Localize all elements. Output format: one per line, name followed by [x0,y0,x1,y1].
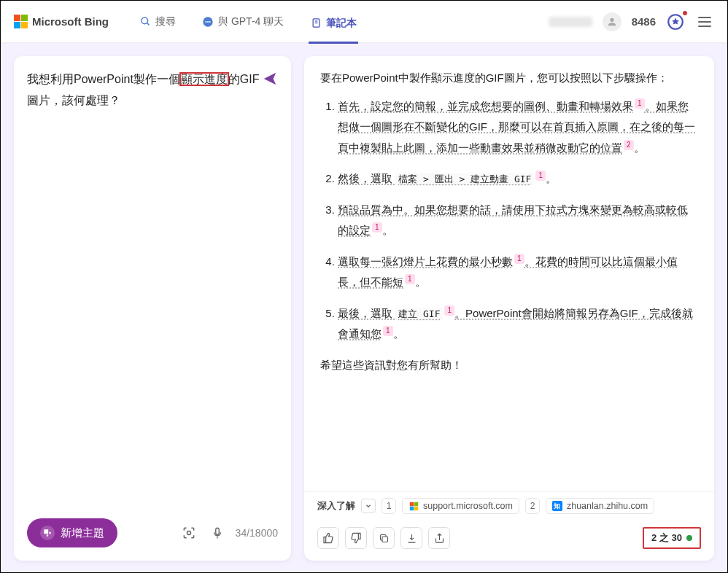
citation-1g[interactable]: 1 [383,326,393,336]
query-highlight: 顯示進度 [180,73,228,85]
avatar[interactable] [603,12,621,31]
search-icon [139,16,151,28]
zhihu-icon: 知 [552,501,562,511]
tab-chat[interactable]: 與 GPT-4 聊天 [201,12,285,31]
answer-step-5: 最後，選取 建立 GIF1。PowerPoint會開始將簡報另存為GIF，完成後… [338,303,698,345]
new-topic-button[interactable]: 新增主題 [27,518,117,547]
citation-1e[interactable]: 1 [405,274,415,284]
learn-more-expand[interactable] [361,499,376,513]
user-name-blurred [549,17,592,27]
answer-step-1: 首先，設定您的簡報，並完成您想要的圖例、動畫和轉場效果1。如果您想做一個圖形在不… [338,96,698,159]
svg-point-5 [209,21,211,23]
source-2-link[interactable]: 知 zhuanlan.zhihu.com [546,498,654,514]
new-topic-plus-icon [40,526,55,540]
rewards-icon[interactable] [666,12,685,31]
learn-more-label: 深入了解 [317,499,355,512]
notebook-icon [310,17,322,29]
tab-search[interactable]: 搜尋 [138,12,177,31]
source-1-link[interactable]: support.microsoft.com [402,498,519,514]
source-1-text: support.microsoft.com [423,501,513,511]
citation-1c[interactable]: 1 [372,222,382,233]
answer-step-4: 選取每一張幻燈片上花費的最小秒數1。花費的時間可以比這個最小值長，但不能短1。 [338,252,698,293]
main-area: 我想利用PowerPoint製作一個顯示進度的GIF圖片，該何處理？ 新增主題 [1,43,727,573]
svg-point-9 [610,17,613,21]
status-dot-icon [686,535,692,541]
user-query[interactable]: 我想利用PowerPoint製作一個顯示進度的GIF圖片，該何處理？ [27,69,262,112]
answer-step-2: 然後，選取 檔案 > 匯出 > 建立動畫 GIF1。 [338,168,698,190]
nav-tabs: 搜尋 與 GPT-4 聊天 筆記本 [138,12,358,31]
answer-intro: 要在PowerPoint中製作顯示進度的GIF圖片，您可以按照以下步驟操作： [320,68,698,89]
input-panel: 我想利用PowerPoint製作一個顯示進度的GIF圖片，該何處理？ 新增主題 [14,56,291,561]
svg-line-1 [147,23,149,25]
svg-rect-12 [215,528,219,534]
answer-step-3: 預設品質為中。如果您想要的話，請使用下拉式方塊來變更為較高或較低的設定1。 [338,200,698,241]
microsoft-icon [408,501,419,511]
citation-1[interactable]: 1 [635,98,645,109]
source-2-num[interactable]: 2 [525,498,540,514]
char-count: 34/18000 [236,527,278,539]
tab-search-label: 搜尋 [155,15,176,28]
export-button[interactable] [400,527,422,549]
action-row: 2 之 30 [304,520,714,561]
turn-counter-text: 2 之 30 [651,531,682,545]
dislike-button[interactable] [345,527,367,549]
source-1-num[interactable]: 1 [382,498,396,514]
visual-search-button[interactable] [179,523,199,543]
menu-icon[interactable] [695,14,714,30]
query-text-pre: 我想利用PowerPoint製作一個 [27,73,180,85]
tab-notebook-label: 筆記本 [326,17,357,30]
turn-counter: 2 之 30 [643,527,701,549]
new-topic-label: 新增主題 [61,526,104,540]
answer-outro: 希望這些資訊對您有所幫助！ [320,355,698,376]
microsoft-logo-icon [14,15,28,28]
svg-point-0 [141,17,147,24]
citation-1b[interactable]: 1 [535,171,546,181]
svg-point-4 [207,21,209,23]
citation-1d[interactable]: 1 [514,254,524,264]
tab-chat-label: 與 GPT-4 聊天 [218,15,284,28]
rewards-points[interactable]: 8486 [632,15,656,28]
like-button[interactable] [317,527,339,549]
answer-body: 要在PowerPoint中製作顯示進度的GIF圖片，您可以按照以下步驟操作： 首… [304,56,714,491]
copy-button[interactable] [373,527,395,549]
citation-1f[interactable]: 1 [444,305,454,316]
share-button[interactable] [428,527,450,549]
svg-rect-13 [382,537,388,542]
response-panel: 要在PowerPoint中製作顯示進度的GIF圖片，您可以按照以下步驟操作： 首… [304,56,714,561]
svg-point-11 [187,531,190,535]
brand-label: Microsoft Bing [32,15,109,28]
source-2-text: zhuanlan.zhihu.com [567,501,648,511]
mic-button[interactable] [208,523,227,542]
citation-2[interactable]: 2 [624,140,634,150]
app-header: /* fix logo layout */ .ms-logo{flex-dire… [1,1,727,43]
send-button[interactable] [262,69,278,87]
learn-more-row: 深入了解 1 support.microsoft.com 2 知 zhuanla… [304,491,714,520]
tab-notebook[interactable]: 筆記本 [309,12,358,44]
svg-point-3 [205,21,206,23]
chat-icon [202,16,214,28]
